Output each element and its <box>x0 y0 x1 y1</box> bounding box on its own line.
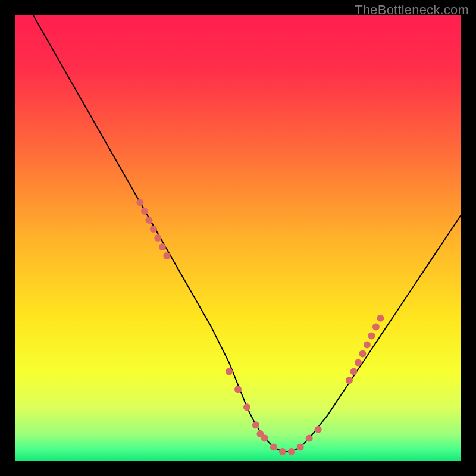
marker-dot <box>154 234 161 242</box>
marker-dot <box>297 444 304 451</box>
marker-dot <box>136 199 143 206</box>
marker-dot <box>141 208 148 215</box>
marker-dot <box>346 377 353 384</box>
marker-dot <box>159 243 166 250</box>
app-frame: TheBottleneck.com <box>0 0 476 476</box>
marker-dot <box>288 448 295 455</box>
chart-background <box>15 15 461 461</box>
marker-dot <box>368 333 375 340</box>
marker-dot <box>234 386 242 393</box>
marker-dot <box>145 217 152 224</box>
marker-dot <box>306 435 313 442</box>
marker-dot <box>355 359 362 366</box>
marker-dot <box>226 368 233 375</box>
marker-dot <box>377 315 384 322</box>
marker-dot <box>364 342 371 349</box>
marker-dot <box>350 368 357 375</box>
marker-dot <box>163 252 170 259</box>
marker-dot <box>252 421 259 428</box>
chart-area <box>15 15 461 461</box>
marker-dot <box>279 448 286 455</box>
watermark: TheBottleneck.com <box>355 2 469 18</box>
chart-svg <box>15 15 461 461</box>
marker-dot <box>261 435 268 442</box>
marker-dot <box>243 403 250 411</box>
marker-dot <box>150 226 157 233</box>
marker-dot <box>315 426 322 433</box>
marker-dot <box>359 350 366 357</box>
marker-dot <box>372 324 380 331</box>
marker-dot <box>270 444 277 451</box>
